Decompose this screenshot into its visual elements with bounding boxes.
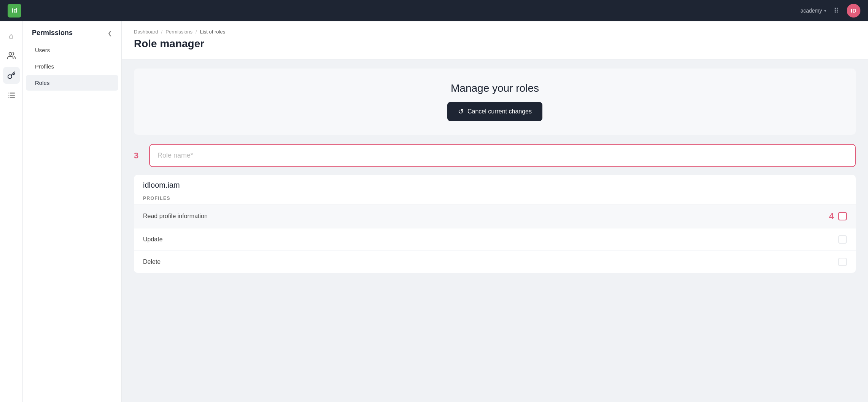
topbar-right: academy ▾ ⠿ ID <box>800 4 860 18</box>
breadcrumb: Dashboard / Permissions / List of roles <box>134 29 856 35</box>
perm-label-delete: Delete <box>143 258 161 265</box>
home-icon[interactable]: ⌂ <box>3 27 20 44</box>
checkbox-delete[interactable] <box>838 258 847 266</box>
sidebar-section-title: Permissions <box>32 29 73 37</box>
perm-label-read: Read profile information <box>143 213 208 220</box>
avatar[interactable]: ID <box>847 4 860 18</box>
breadcrumb-sep-2: / <box>196 29 197 35</box>
breadcrumb-permissions[interactable]: Permissions <box>165 29 192 35</box>
sidebar-item-roles[interactable]: Roles <box>26 75 118 91</box>
users-icon[interactable] <box>3 47 20 64</box>
list-icon[interactable] <box>3 87 20 104</box>
namespace-label: idloom.iam <box>134 175 856 190</box>
manage-banner-title: Manage your roles <box>451 82 539 94</box>
role-name-row: 3 <box>134 144 856 167</box>
cancel-button[interactable]: ↺ Cancel current changes <box>447 102 542 121</box>
perm-label-update: Update <box>143 236 163 243</box>
perm-row-delete: Delete <box>134 250 856 273</box>
permissions-card: idloom.iam PROFILES Read profile informa… <box>134 175 856 273</box>
page-header: Dashboard / Permissions / List of roles … <box>122 21 868 59</box>
checkbox-update[interactable] <box>838 235 847 244</box>
step4-wrapper: 4 <box>829 211 847 221</box>
topbar: id academy ▾ ⠿ ID <box>0 0 868 21</box>
page-title: Role manager <box>134 38 856 50</box>
manage-banner: Manage your roles ↺ Cancel current chang… <box>134 69 856 135</box>
key-icon[interactable] <box>3 67 20 84</box>
chevron-down-icon: ▾ <box>824 9 826 13</box>
account-name: academy <box>800 8 822 14</box>
icon-rail: ⌂ <box>0 21 23 402</box>
sidebar-item-profiles[interactable]: Profiles <box>26 59 118 74</box>
profiles-section-label: PROFILES <box>134 190 856 204</box>
checkbox-read[interactable] <box>838 212 847 220</box>
grid-icon[interactable]: ⠿ <box>834 6 839 15</box>
role-name-input[interactable] <box>149 144 856 167</box>
sidebar-item-users[interactable]: Users <box>26 42 118 58</box>
undo-icon: ↺ <box>458 107 464 116</box>
step-3-indicator: 3 <box>134 151 143 161</box>
breadcrumb-sep-1: / <box>161 29 163 35</box>
breadcrumb-current: List of roles <box>200 29 225 35</box>
main-content: Dashboard / Permissions / List of roles … <box>122 21 868 402</box>
step-4-indicator: 4 <box>829 211 834 221</box>
breadcrumb-dashboard[interactable]: Dashboard <box>134 29 158 35</box>
sidebar: Permissions ❮ Users Profiles Roles <box>23 21 122 402</box>
sidebar-section-header[interactable]: Permissions ❮ <box>23 21 121 41</box>
svg-point-0 <box>9 53 11 55</box>
content-area: Manage your roles ↺ Cancel current chang… <box>122 59 868 282</box>
collapse-icon[interactable]: ❮ <box>108 30 112 36</box>
perm-row-update: Update <box>134 228 856 250</box>
perm-row-read: Read profile information 4 <box>134 204 856 228</box>
account-menu[interactable]: academy ▾ <box>800 8 826 14</box>
app-logo[interactable]: id <box>8 4 21 18</box>
